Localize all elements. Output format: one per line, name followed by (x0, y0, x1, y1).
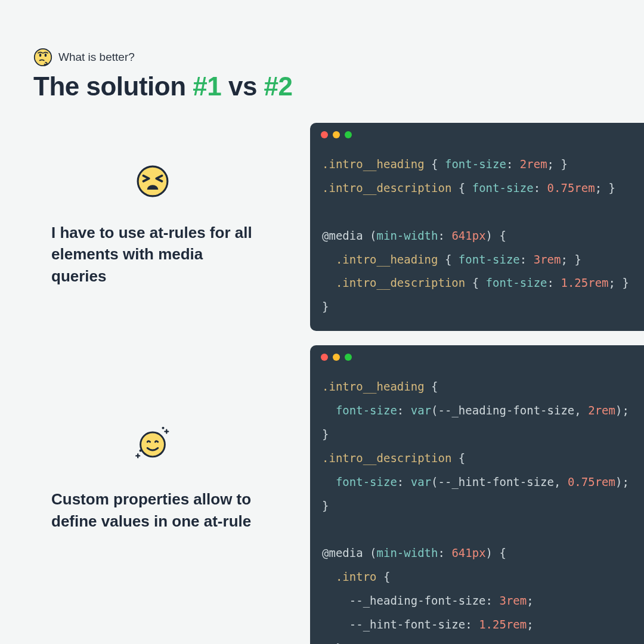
code-block-2: .intro__heading { font-size: var(--_head… (310, 366, 644, 644)
svg-point-0 (35, 49, 51, 66)
zoom-dot-icon (345, 354, 352, 361)
zoom-dot-icon (345, 131, 352, 138)
title-part-a: The solution (33, 72, 193, 101)
svg-point-2 (45, 54, 47, 57)
close-dot-icon (321, 131, 328, 138)
kicker: What is better? (33, 48, 644, 67)
code-block-1: .intro__heading { font-size: 2rem; } .in… (310, 143, 644, 319)
svg-point-10 (162, 427, 164, 429)
tired-emoji-icon (51, 165, 254, 198)
title-part-c: vs (221, 72, 264, 101)
window-controls (310, 123, 644, 143)
title-accent-2: #2 (264, 72, 293, 101)
minimize-dot-icon (333, 131, 340, 138)
svg-point-4 (141, 432, 165, 457)
solution-2-caption: Custom properties allow to define values… (51, 488, 254, 532)
title-accent-1: #1 (193, 72, 221, 101)
solution-2-left: Custom properties allow to define values… (33, 345, 296, 532)
code-window-2: .intro__heading { font-size: var(--_head… (310, 345, 644, 644)
solution-1-caption: I have to use at-rules for all elements … (51, 222, 254, 287)
solution-1-row: I have to use at-rules for all elements … (33, 123, 644, 331)
window-controls (310, 345, 644, 366)
kicker-text: What is better? (58, 51, 135, 64)
svg-point-1 (39, 54, 42, 57)
thinking-emoji-icon (33, 48, 52, 67)
page-title: The solution #1 vs #2 (33, 72, 644, 101)
close-dot-icon (321, 354, 328, 361)
happy-emoji-icon (51, 423, 254, 465)
solution-1-left: I have to use at-rules for all elements … (33, 123, 296, 287)
solution-2-row: Custom properties allow to define values… (33, 345, 644, 644)
code-window-1: .intro__heading { font-size: 2rem; } .in… (310, 123, 644, 331)
minimize-dot-icon (333, 354, 340, 361)
svg-point-9 (140, 450, 142, 452)
